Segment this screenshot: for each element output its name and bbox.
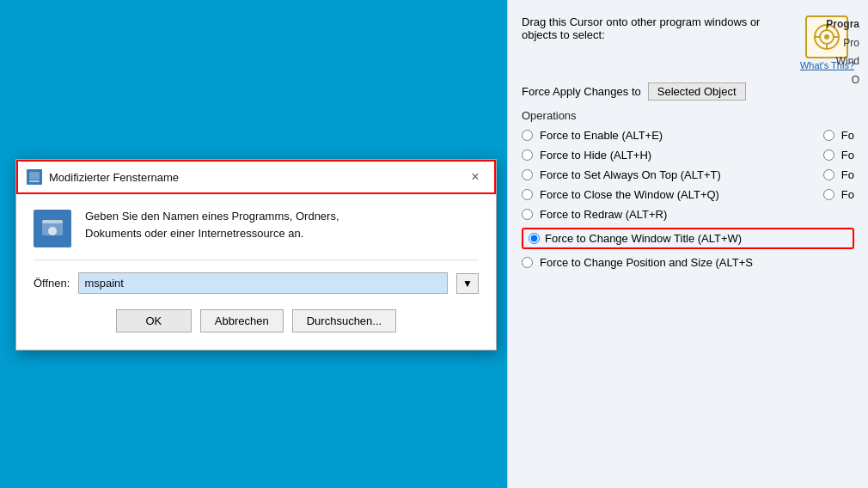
open-input[interactable] xyxy=(78,272,448,294)
run-dialog: Modifizierter Fenstername × Geben Sie de… xyxy=(15,159,497,351)
op-row-fo1: Fo xyxy=(820,129,854,142)
radio-alwaysontop[interactable] xyxy=(522,169,533,180)
op-row-enable: Force to Enable (ALT+E) xyxy=(522,129,820,142)
right-col-line-2: Pro xyxy=(826,34,859,53)
dialog-title-left: Modifizierter Fenstername xyxy=(27,169,179,185)
op-fo3-label: Fo xyxy=(841,168,854,181)
drag-text: Drag this Cursor onto other program wind… xyxy=(522,15,760,41)
op-changetitle-label: Force to Change Window Title (ALT+W) xyxy=(545,232,742,245)
dialog-titlebar: Modifizierter Fenstername × xyxy=(16,160,496,194)
right-col-line-4: O xyxy=(826,71,859,90)
op-alwaysontop-label: Force to Set Always On Top (ALT+T) xyxy=(540,168,721,181)
right-col-line-1: Progra xyxy=(826,15,859,34)
op-hide-label: Force to Hide (ALT+H) xyxy=(540,149,651,162)
dialog-separator xyxy=(34,259,479,260)
dialog-description: Geben Sie den Namen eines Programms, Ord… xyxy=(85,208,339,241)
dialog-small-icon xyxy=(27,169,42,185)
op-possize-label: Force to Change Position and Size (ALT+S xyxy=(540,256,753,269)
op-row-close: Force to Close the Window (ALT+Q) xyxy=(522,188,820,201)
radio-fo2[interactable] xyxy=(823,149,834,161)
op-row-possize: Force to Change Position and Size (ALT+S xyxy=(522,256,820,269)
ok-button[interactable]: OK xyxy=(116,309,192,332)
radio-enable[interactable] xyxy=(522,130,533,141)
svg-rect-1 xyxy=(29,180,40,182)
open-label: Öffnen: xyxy=(34,277,70,290)
drag-text-block: Drag this Cursor onto other program wind… xyxy=(522,15,790,41)
force-apply-label: Force Apply Changes to xyxy=(522,85,641,98)
force-apply-row: Force Apply Changes to Selected Object xyxy=(522,82,854,101)
dialog-buttons: OK Abbrechen Durchsuchen... xyxy=(34,309,479,332)
drag-section: Drag this Cursor onto other program wind… xyxy=(522,15,854,70)
selected-object-button[interactable]: Selected Object xyxy=(648,82,746,101)
op-row-alwaysontop: Force to Set Always On Top (ALT+T) xyxy=(522,168,820,181)
svg-point-4 xyxy=(48,227,57,235)
radio-hide[interactable] xyxy=(522,149,533,161)
op-close-label: Force to Close the Window (ALT+Q) xyxy=(540,188,719,201)
radio-close[interactable] xyxy=(522,189,533,200)
op-row-fo2: Fo xyxy=(820,149,854,162)
op-fo1-label: Fo xyxy=(841,129,854,142)
radio-fo4[interactable] xyxy=(823,189,834,200)
dialog-close-button[interactable]: × xyxy=(465,167,486,187)
op-row-changetitle: Force to Change Window Title (ALT+W) xyxy=(522,228,854,249)
right-col-line-3: Wind xyxy=(826,52,859,71)
radio-possize[interactable] xyxy=(522,257,533,268)
op-row-hide: Force to Hide (ALT+H) xyxy=(522,149,820,162)
radio-redraw[interactable] xyxy=(522,209,533,220)
right-columns: Progra Pro Wind O xyxy=(826,15,859,89)
radio-changetitle[interactable] xyxy=(529,233,540,244)
svg-rect-0 xyxy=(29,172,40,180)
dialog-body: Geben Sie den Namen eines Programms, Ord… xyxy=(16,194,496,350)
radio-fo1[interactable] xyxy=(823,130,834,141)
dialog-title-text: Modifizierter Fenstername xyxy=(49,171,179,184)
op-row-fo3: Fo xyxy=(820,168,854,181)
op-row-redraw: Force to Redraw (ALT+R) xyxy=(522,208,820,221)
op-row-fo4: Fo xyxy=(820,188,854,201)
browse-button[interactable]: Durchsuchen... xyxy=(292,309,396,332)
op-enable-label: Force to Enable (ALT+E) xyxy=(540,129,663,142)
dialog-open-row: Öffnen: ▼ xyxy=(34,272,479,294)
radio-fo3[interactable] xyxy=(823,169,834,180)
dialog-big-icon xyxy=(34,210,71,247)
op-redraw-label: Force to Redraw (ALT+R) xyxy=(540,208,667,221)
open-dropdown-button[interactable]: ▼ xyxy=(456,273,479,294)
cancel-button[interactable]: Abbrechen xyxy=(200,309,284,332)
op-fo4-label: Fo xyxy=(841,188,854,201)
op-fo2-label: Fo xyxy=(841,149,854,162)
operations-title: Operations xyxy=(522,109,854,122)
right-panel: Drag this Cursor onto other program wind… xyxy=(507,0,868,488)
svg-rect-3 xyxy=(42,220,63,223)
operations-section: Operations Force to Enable (ALT+E) Fo Fo… xyxy=(522,109,854,274)
dialog-content-row: Geben Sie den Namen eines Programms, Ord… xyxy=(34,208,479,247)
